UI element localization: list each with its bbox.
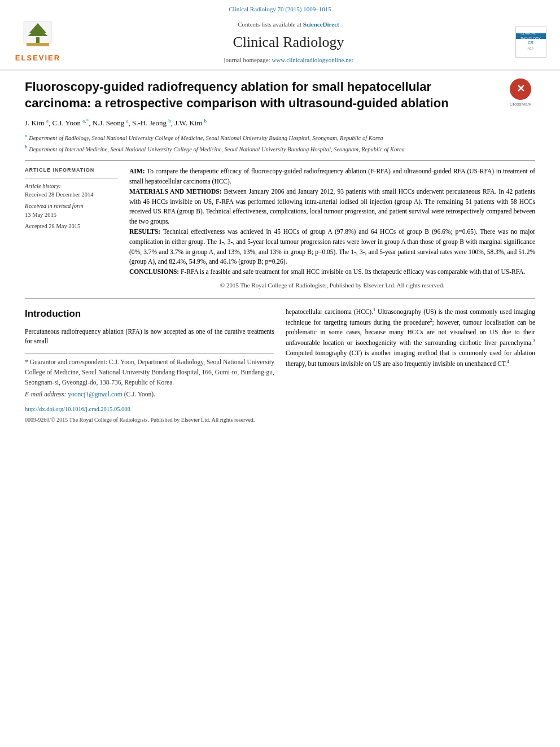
elsevier-tree-icon — [18, 20, 58, 51]
article-title-section: Fluoroscopy-guided radiofrequency ablati… — [25, 78, 535, 112]
crossmark-icon: ✕ — [517, 81, 525, 97]
sciencedirect-line: Contents lists available at ScienceDirec… — [69, 20, 508, 29]
introduction-section: Introduction Percutaneous radiofrequency… — [25, 307, 535, 424]
footnote-asterisk: * Guarantor and correspondent: C.J. Yoon… — [25, 357, 274, 387]
svg-rect-1 — [36, 37, 40, 43]
footnote-email: E-mail address: yooncj1@gmail.com (C.J. … — [25, 390, 274, 400]
intro-right: hepatocellular carcinoma (HCC).1 Ultraso… — [286, 307, 535, 424]
results-text: Technical effectiveness was achieved in … — [129, 228, 535, 265]
homepage-label: journal homepage: — [224, 56, 270, 63]
journal-citation: Clinical Radiology 70 (2015) 1009–1015 — [0, 5, 560, 14]
header-center: Contents lists available at ScienceDirec… — [69, 20, 508, 65]
crossmark-label: CrossMark — [510, 101, 532, 108]
results-label: RESULTS: — [129, 228, 160, 235]
revised-label: Received in revised form — [25, 202, 118, 211]
methods-label: MATERIALS AND METHODS: — [129, 188, 222, 195]
abstract-aim: AIM: To compare the therapeutic efficacy… — [129, 167, 535, 187]
major-divider — [25, 298, 535, 299]
logo-subtext: RCR — [528, 47, 534, 51]
info-divider — [25, 178, 118, 178]
header-inner: ELSEVIER Contents lists available at Sci… — [0, 18, 560, 69]
intro-left-para1: Percutaneous radiofrequency ablation (RF… — [25, 327, 274, 347]
affiliation-b: b Department of Internal Medicine, Seoul… — [25, 143, 535, 154]
doi-link[interactable]: http://dx.doi.org/10.1016/j.crad.2015.05… — [25, 406, 130, 412]
conclusions-label: CONCLUSIONS: — [129, 268, 179, 275]
footer-copyright: 0009-9260/© 2015 The Royal College of Ra… — [25, 416, 274, 424]
logo-text: CR — [527, 39, 535, 47]
conclusions-text: F-RFA is a feasible and safe treatment f… — [181, 268, 525, 275]
intro-left: Introduction Percutaneous radiofrequency… — [25, 307, 274, 424]
svg-rect-4 — [27, 43, 49, 46]
received-date: Received 28 December 2014 — [25, 190, 118, 199]
revised-date: 13 May 2015 — [25, 211, 118, 220]
abstract-conclusions: CONCLUSIONS: F-RFA is a feasible and saf… — [129, 267, 535, 277]
abstract-column: AIM: To compare the therapeutic efficacy… — [129, 167, 535, 290]
abstract-copyright: © 2015 The Royal College of Radiologists… — [129, 281, 535, 290]
accepted-date: Accepted 28 May 2015 — [25, 222, 118, 231]
journal-logo-box: CLINICALRADIOLOGY CR RCR — [515, 27, 546, 58]
crossmark-circle: ✕ — [510, 78, 531, 100]
article-history-label: Article history: — [25, 182, 118, 191]
email-link[interactable]: yooncj1@gmail.com — [68, 391, 123, 397]
abstract-section: ARTICLE INFORMATION Article history: Rec… — [25, 167, 535, 290]
contents-label: Contents lists available at — [238, 21, 301, 28]
elsevier-label: ELSEVIER — [15, 53, 60, 64]
article-info-column: ARTICLE INFORMATION Article history: Rec… — [25, 167, 118, 290]
homepage-url[interactable]: www.clinicalradiologyonline.net — [272, 56, 353, 63]
aim-label: AIM: — [129, 168, 145, 174]
affiliation-a: a Department of Radiology, Seoul Nationa… — [25, 132, 535, 142]
abstract-methods: MATERIALS AND METHODS: Between January 2… — [129, 187, 535, 227]
crossmark-badge[interactable]: ✕ CrossMark — [506, 78, 535, 108]
article-content: Fluoroscopy-guided radiofrequency ablati… — [0, 71, 560, 430]
article-info-heading: ARTICLE INFORMATION — [25, 167, 118, 174]
email-person: (C.J. Yoon). — [124, 391, 155, 397]
footnote-section: * Guarantor and correspondent: C.J. Yoon… — [25, 353, 274, 399]
sciencedirect-link[interactable]: ScienceDirect — [303, 21, 339, 28]
abstract-results: RESULTS: Technical effectiveness was ach… — [129, 227, 535, 267]
journal-logo-right: CLINICALRADIOLOGY CR RCR — [508, 27, 553, 58]
homepage-line: journal homepage: www.clinicalradiologyo… — [69, 55, 508, 65]
footer-links: http://dx.doi.org/10.1016/j.crad.2015.05… — [25, 405, 274, 424]
logo-top-bar: CLINICALRADIOLOGY — [516, 33, 546, 39]
intro-right-para1: hepatocellular carcinoma (HCC).1 Ultraso… — [286, 307, 535, 369]
journal-header: Clinical Radiology 70 (2015) 1009–1015 E… — [0, 0, 560, 71]
section-divider — [25, 160, 535, 161]
article-title: Fluoroscopy-guided radiofrequency ablati… — [25, 78, 496, 112]
aim-text: To compare the therapeutic efficacy of f… — [129, 168, 535, 185]
elsevier-logo: ELSEVIER — [7, 20, 69, 64]
introduction-heading: Introduction — [25, 307, 274, 321]
authors-line: J. Kim a, C.J. Yoon a,*, N.J. Seong a, S… — [25, 117, 535, 129]
journal-title: Clinical Radiology — [69, 31, 508, 53]
